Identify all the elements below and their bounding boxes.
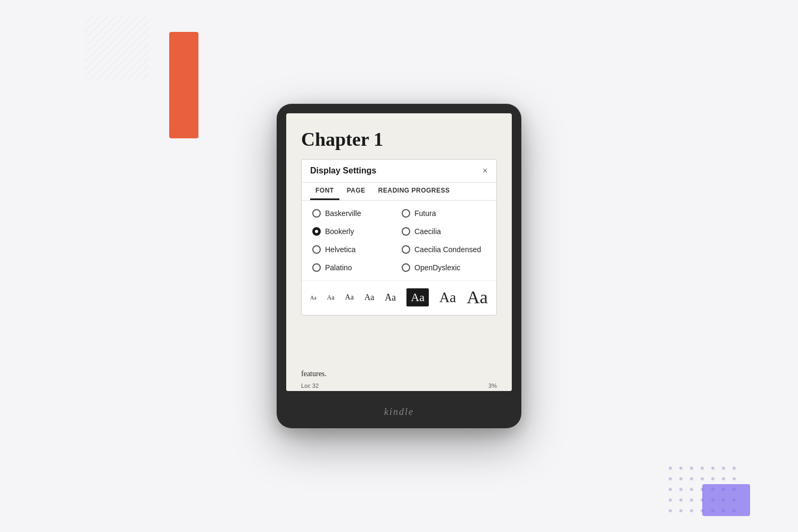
font-label-caecilia: Caecilia — [414, 227, 441, 236]
radio-caecilia — [402, 227, 410, 236]
svg-point-3 — [679, 467, 683, 470]
font-size-1[interactable]: Aa — [310, 295, 317, 301]
svg-point-9 — [669, 477, 672, 480]
radio-opendyslexic — [402, 263, 410, 272]
font-size-5[interactable]: Aa — [385, 292, 396, 303]
panel-tabs: FONT PAGE READING PROGRESS — [302, 182, 496, 201]
font-label-bookerly: Bookerly — [325, 227, 354, 236]
svg-point-29 — [733, 498, 736, 502]
svg-point-15 — [733, 477, 736, 480]
svg-point-36 — [733, 509, 736, 512]
svg-point-16 — [669, 488, 672, 491]
svg-point-18 — [690, 488, 693, 491]
font-option-opendyslexic[interactable]: OpenDyslexic — [400, 259, 488, 276]
font-option-bookerly[interactable]: Bookerly — [310, 223, 398, 240]
font-size-6[interactable]: Aa — [406, 288, 429, 306]
svg-point-32 — [690, 509, 693, 512]
font-size-8[interactable]: Aa — [467, 287, 488, 307]
svg-point-2 — [669, 467, 672, 470]
font-label-helvetica: Helvetica — [325, 245, 356, 254]
svg-point-21 — [722, 488, 725, 491]
svg-point-35 — [722, 509, 725, 512]
display-settings-panel: Display Settings × FONT PAGE READING PRO… — [301, 159, 497, 315]
font-size-7[interactable]: Aa — [439, 289, 456, 306]
svg-point-4 — [690, 467, 693, 470]
panel-title: Display Settings — [310, 166, 376, 176]
radio-futura — [402, 209, 410, 218]
font-size-2[interactable]: Aa — [327, 294, 335, 302]
font-option-caecilia-condensed[interactable]: Caecilia Condensed — [400, 241, 488, 258]
font-option-baskerville[interactable]: Baskerville — [310, 205, 398, 222]
svg-point-6 — [711, 467, 714, 470]
font-label-opendyslexic: OpenDyslexic — [414, 263, 460, 272]
close-button[interactable]: × — [483, 166, 488, 176]
svg-point-31 — [679, 509, 683, 512]
svg-point-13 — [711, 477, 714, 480]
font-option-caecilia[interactable]: Caecilia — [400, 223, 488, 240]
tab-page[interactable]: PAGE — [342, 182, 371, 200]
svg-point-11 — [690, 477, 693, 480]
radio-palatino — [312, 263, 321, 272]
panel-header: Display Settings × — [302, 160, 496, 182]
font-option-futura[interactable]: Futura — [400, 205, 488, 222]
screen-bottom-bar: Loc 32 3% — [286, 380, 512, 391]
kindle-screen: Chapter 1 Display Settings × FONT PAGE R… — [286, 113, 512, 391]
progress-label: 3% — [488, 383, 497, 389]
svg-point-10 — [679, 477, 683, 480]
kindle-brand-label: kindle — [384, 406, 414, 418]
tab-font[interactable]: FONT — [310, 182, 339, 200]
purple-decoration — [702, 484, 750, 516]
svg-point-12 — [701, 477, 704, 480]
body-text-snippet: features. — [286, 365, 512, 380]
svg-point-19 — [701, 488, 704, 491]
radio-caecilia-condensed — [402, 245, 410, 254]
svg-point-30 — [669, 509, 672, 512]
svg-point-27 — [711, 498, 714, 502]
svg-point-17 — [679, 488, 683, 491]
font-size-row: Aa Aa Aa Aa Aa Aa Aa Aa — [302, 280, 496, 315]
radio-baskerville — [312, 209, 321, 218]
radio-helvetica — [312, 245, 321, 254]
svg-point-8 — [733, 467, 736, 470]
svg-point-33 — [701, 509, 704, 512]
screen-content: Chapter 1 Display Settings × FONT PAGE R… — [286, 113, 512, 365]
font-label-caecilia-condensed: Caecilia Condensed — [414, 245, 481, 254]
font-label-palatino: Palatino — [325, 263, 352, 272]
font-label-futura: Futura — [414, 209, 436, 218]
font-size-4[interactable]: Aa — [364, 293, 375, 302]
location-label: Loc 32 — [301, 383, 319, 389]
font-option-helvetica[interactable]: Helvetica — [310, 241, 398, 258]
chapter-title: Chapter 1 — [301, 128, 497, 151]
font-options-grid: Baskerville Futura Bookerly Caecilia — [302, 201, 496, 280]
svg-point-5 — [701, 467, 704, 470]
svg-point-28 — [722, 498, 725, 502]
svg-point-20 — [711, 488, 714, 491]
svg-point-24 — [679, 498, 683, 502]
font-option-palatino[interactable]: Palatino — [310, 259, 398, 276]
font-label-baskerville: Baskerville — [325, 209, 361, 218]
tab-reading-progress[interactable]: READING PROGRESS — [373, 182, 455, 200]
font-size-3[interactable]: Aa — [345, 293, 354, 302]
svg-rect-1 — [85, 16, 149, 80]
dots-decoration: dots — [660, 458, 745, 521]
radio-bookerly — [312, 227, 321, 236]
svg-point-7 — [722, 467, 725, 470]
svg-point-22 — [733, 488, 736, 491]
svg-point-26 — [701, 498, 704, 502]
svg-point-25 — [690, 498, 693, 502]
orange-decoration — [169, 32, 198, 138]
svg-point-14 — [722, 477, 725, 480]
kindle-device: Chapter 1 Display Settings × FONT PAGE R… — [277, 104, 521, 428]
svg-point-23 — [669, 498, 672, 502]
svg-point-34 — [711, 509, 714, 512]
